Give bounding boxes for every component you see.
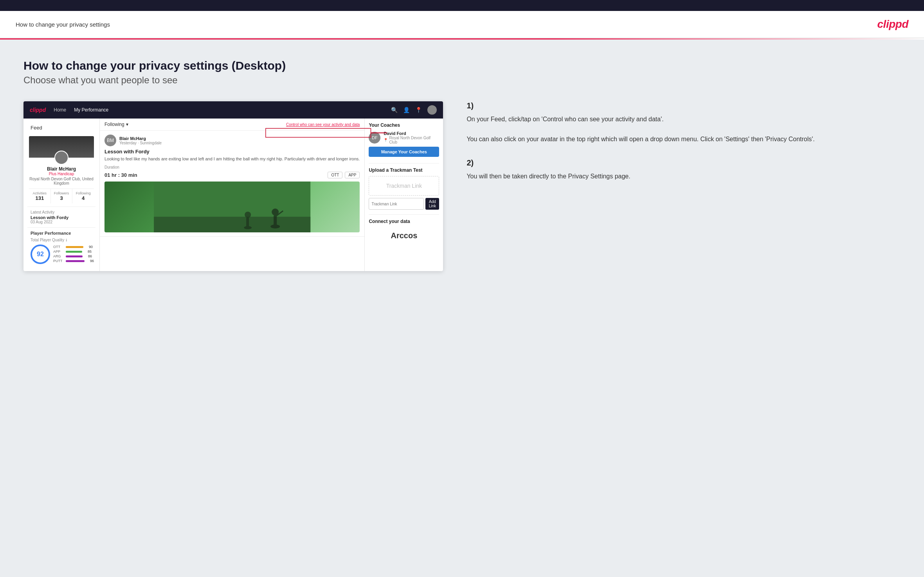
tag-ott: OTT <box>328 172 342 178</box>
header-title: How to change your privacy settings <box>16 21 110 28</box>
post-author-info: Blair McHarg Yesterday · Sunningdale <box>119 136 162 145</box>
mockup-wrapper: clippd Home My Performance 🔍 👤 📍 Feed <box>23 101 443 271</box>
user-banner <box>29 136 94 158</box>
avatar-icon[interactable] <box>427 105 437 115</box>
post-duration-label: Duration <box>104 165 360 169</box>
instruction-2-text: You will then be taken directly to the P… <box>467 171 901 182</box>
bar-ott: OTT 90 <box>53 245 94 249</box>
user-icon[interactable]: 👤 <box>403 107 410 113</box>
connect-title: Connect your data <box>369 219 439 224</box>
user-stats: Activities 131 Followers 3 Following 4 <box>29 189 94 203</box>
search-icon[interactable]: 🔍 <box>391 107 398 113</box>
la-name: Lesson with Fordy <box>31 215 92 220</box>
app-bar <box>66 251 82 253</box>
stat-activities-val: 131 <box>30 195 50 201</box>
upload-title: Upload a Trackman Test <box>369 167 439 173</box>
coach-info: David Ford 📍 Royal North Devon Golf Club <box>384 131 439 144</box>
page-subheading: Choose what you want people to see <box>23 75 901 86</box>
content-columns: clippd Home My Performance 🔍 👤 📍 Feed <box>23 101 901 271</box>
pp-title: Player Performance <box>31 231 92 235</box>
post-footer: 01 hr : 30 min OTT APP <box>104 172 360 178</box>
nav-home[interactable]: Home <box>54 107 66 113</box>
user-info: Blair McHarg Plus Handicap Royal North D… <box>29 166 94 185</box>
user-badge: Plus Handicap <box>29 172 94 176</box>
manage-coaches-button[interactable]: Manage Your Coaches <box>369 147 439 157</box>
following-button[interactable]: Following ▾ <box>104 122 128 127</box>
stat-following-label: Following <box>73 191 93 195</box>
connect-data-section: Connect your data Arccos <box>369 214 439 244</box>
page-heading: How to change your privacy settings (Des… <box>23 59 901 72</box>
tag-app: APP <box>345 172 360 178</box>
main-content: How to change your privacy settings (Des… <box>0 40 924 577</box>
trackman-input-row: Add Link <box>369 198 439 210</box>
post-title: Lesson with Fordy <box>104 149 360 155</box>
post-image <box>104 182 360 232</box>
post-avatar: BM <box>104 135 116 146</box>
instruction-1-text: On your Feed, click/tap on 'Control who … <box>467 114 901 144</box>
instruction-2-number: 2) <box>467 158 901 167</box>
instruction-1: 1) On your Feed, click/tap on 'Control w… <box>467 101 901 144</box>
bar-putt: PUTT 96 <box>53 259 94 263</box>
stat-followers-label: Followers <box>52 191 72 195</box>
user-card: Blair McHarg Plus Handicap Royal North D… <box>27 133 95 207</box>
trackman-input[interactable] <box>369 198 424 210</box>
bar-arg: ARG 86 <box>53 254 94 258</box>
arg-bar <box>66 255 83 257</box>
pp-quality-label: Total Player Quality ℹ <box>31 238 92 242</box>
user-club: Royal North Devon Golf Club, United King… <box>29 177 94 185</box>
la-title: Latest Activity <box>31 210 92 214</box>
latest-activity: Latest Activity Lesson with Fordy 03 Aug… <box>27 207 95 227</box>
post-tags: OTT APP <box>328 172 360 178</box>
stat-followers-val: 3 <box>52 195 72 201</box>
pp-bars: OTT 90 APP 85 <box>53 245 94 264</box>
nav-my-performance[interactable]: My Performance <box>74 107 108 113</box>
app-right-panel: Your Coaches DF David Ford 📍 Royal North… <box>365 119 443 271</box>
instruction-1-number: 1) <box>467 101 901 110</box>
app-nav: clippd Home My Performance 🔍 👤 📍 <box>23 101 443 119</box>
bar-app: APP 85 <box>53 250 94 253</box>
ott-bar <box>66 246 83 248</box>
avatar <box>54 151 68 165</box>
coach-club: 📍 Royal North Devon Golf Club <box>384 136 439 144</box>
arccos-logo: Arccos <box>369 227 439 244</box>
info-icon: ℹ <box>66 238 67 242</box>
post-description: Looking to feel like my hands are exitin… <box>104 156 360 162</box>
golf-image-svg <box>104 182 360 232</box>
coach-item: DF David Ford 📍 Royal North Devon Golf C… <box>369 131 439 144</box>
post-duration-val: 01 hr : 30 min <box>104 172 137 178</box>
post-author-name: Blair McHarg <box>119 136 162 141</box>
control-privacy-link[interactable]: Control who can see your activity and da… <box>286 122 360 127</box>
app-mockup: clippd Home My Performance 🔍 👤 📍 Feed <box>23 101 443 271</box>
pp-score-row: 92 OTT 90 APP <box>31 244 92 264</box>
location-icon[interactable]: 📍 <box>415 107 422 113</box>
stat-following: Following 4 <box>72 189 94 203</box>
svg-rect-1 <box>154 217 310 232</box>
post-author-meta: Yesterday · Sunningdale <box>119 141 162 145</box>
app-feed: Following ▾ Control who can see your act… <box>100 119 365 271</box>
location-pin-icon: 📍 <box>384 138 388 142</box>
add-link-button[interactable]: Add Link <box>425 198 439 210</box>
app-nav-right: 🔍 👤 📍 <box>391 105 437 115</box>
header: How to change your privacy settings clip… <box>0 11 924 38</box>
coaches-title: Your Coaches <box>369 122 439 128</box>
stat-following-val: 4 <box>73 195 93 201</box>
app-logo: clippd <box>30 107 46 113</box>
instructions: 1) On your Feed, click/tap on 'Control w… <box>459 101 901 195</box>
top-bar <box>0 0 924 11</box>
coach-avatar: DF <box>369 132 380 144</box>
trackman-placeholder: Trackman Link <box>369 176 439 196</box>
chevron-down-icon: ▾ <box>126 122 128 127</box>
upload-trackman-section: Upload a Trackman Test Trackman Link Add… <box>369 163 439 210</box>
coach-name: David Ford <box>384 131 439 136</box>
app-sidebar: Feed Blair McHarg Plus Handicap Royal No… <box>23 119 100 271</box>
stat-activities-label: Activities <box>30 191 50 195</box>
app-body: Feed Blair McHarg Plus Handicap Royal No… <box>23 119 443 271</box>
feed-toolbar: Following ▾ Control who can see your act… <box>100 119 364 131</box>
player-performance: Player Performance Total Player Quality … <box>27 227 95 267</box>
clippd-logo: clippd <box>877 18 908 31</box>
svg-point-8 <box>245 212 251 218</box>
stat-followers: Followers 3 <box>51 189 73 203</box>
coaches-section: Your Coaches DF David Ford 📍 Royal North… <box>369 122 439 157</box>
user-name: Blair McHarg <box>29 166 94 172</box>
pp-score: 92 <box>31 244 50 264</box>
